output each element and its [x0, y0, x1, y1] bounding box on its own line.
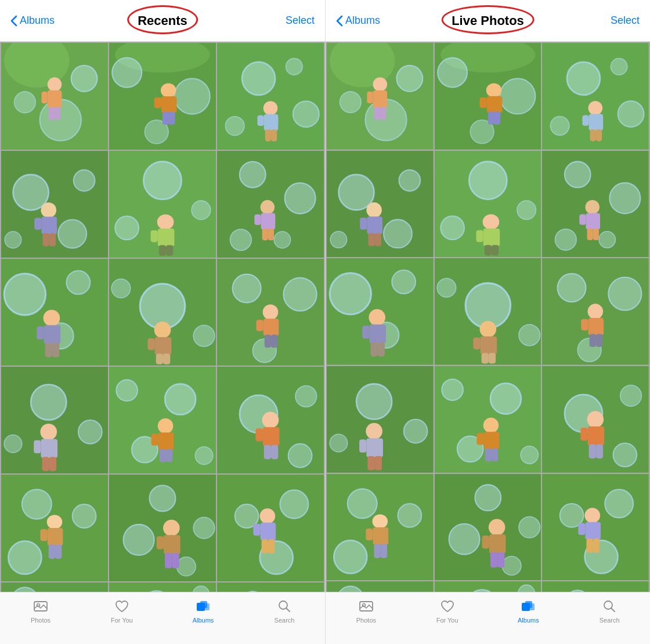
svg-rect-325: [497, 552, 504, 567]
left-tab-photos[interactable]: Photos: [20, 598, 61, 624]
left-back-button[interactable]: Albums: [10, 15, 55, 27]
svg-point-192: [438, 58, 467, 88]
svg-rect-132: [40, 529, 47, 541]
svg-rect-335: [593, 538, 600, 552]
svg-rect-146: [172, 553, 179, 569]
svg-point-238: [586, 200, 600, 214]
svg-rect-84: [163, 354, 170, 364]
right-photo-2-1[interactable]: [327, 151, 434, 258]
right-back-button[interactable]: Albums: [336, 15, 380, 27]
svg-rect-355: [528, 603, 535, 610]
svg-rect-62: [269, 214, 275, 225]
svg-rect-221: [368, 233, 374, 246]
right-photo-5-2[interactable]: [435, 474, 541, 581]
left-photo-4-3[interactable]: [217, 367, 324, 473]
svg-point-141: [163, 520, 180, 537]
svg-rect-133: [55, 529, 62, 541]
right-photo-6-1[interactable]: [327, 581, 434, 592]
right-photo-1-2[interactable]: [435, 43, 541, 150]
svg-point-24: [293, 101, 319, 127]
left-photo-1-2[interactable]: [109, 43, 216, 150]
right-photo-3-2[interactable]: [435, 258, 541, 365]
right-tab-search[interactable]: Search: [589, 598, 630, 624]
svg-point-330: [585, 508, 601, 523]
svg-point-234: [565, 161, 591, 187]
right-photo-5-3[interactable]: [542, 474, 649, 581]
svg-point-181: [396, 66, 423, 92]
right-photo-6-3[interactable]: [542, 581, 649, 592]
left-photo-6-1[interactable]: [1, 583, 108, 592]
right-photo-5-1[interactable]: [327, 474, 434, 581]
left-photo-6-3[interactable]: [217, 583, 324, 592]
svg-point-265: [558, 274, 586, 302]
svg-rect-281: [375, 440, 382, 453]
svg-rect-304: [596, 444, 603, 458]
right-photo-1-3[interactable]: [542, 43, 649, 150]
right-photo-3-1[interactable]: [327, 258, 434, 365]
left-photo-5-2[interactable]: [109, 475, 216, 581]
left-photo-1-1[interactable]: [1, 43, 108, 150]
svg-rect-19: [168, 97, 175, 108]
right-tab-for-you[interactable]: For You: [427, 598, 468, 624]
right-photo-3-3[interactable]: [542, 258, 649, 365]
left-grid-row-5: [1, 475, 324, 581]
left-photo-6-2[interactable]: [109, 583, 216, 592]
left-header: Albums Recents Select: [0, 0, 325, 42]
left-select-button[interactable]: Select: [286, 15, 315, 27]
svg-rect-93: [265, 335, 271, 348]
right-photo-4-1[interactable]: [327, 366, 434, 473]
left-photo-5-3[interactable]: [217, 475, 324, 581]
svg-point-246: [392, 270, 416, 294]
svg-point-26: [286, 59, 303, 75]
left-tab-search[interactable]: Search: [264, 598, 305, 624]
left-tab-for-you[interactable]: For You: [102, 598, 142, 624]
svg-rect-332: [579, 523, 586, 534]
svg-point-138: [193, 518, 215, 539]
right-tab-albums[interactable]: Albums: [508, 598, 548, 624]
left-tab-albums[interactable]: Albums: [183, 598, 223, 624]
right-tab-for-you-label: For You: [436, 617, 458, 624]
right-select-button[interactable]: Select: [611, 15, 640, 27]
svg-point-78: [193, 325, 215, 346]
left-photo-3-1[interactable]: [1, 259, 108, 366]
svg-point-14: [174, 78, 210, 114]
left-photo-4-1[interactable]: [1, 367, 108, 473]
left-photo-2-1[interactable]: [1, 151, 108, 258]
right-tab-bar: Photos For You Albums: [326, 592, 650, 644]
svg-point-257: [519, 325, 540, 346]
right-photo-1-1[interactable]: [327, 43, 434, 150]
svg-point-245: [330, 273, 371, 314]
svg-rect-219: [360, 218, 367, 229]
svg-point-25: [225, 117, 244, 136]
svg-rect-112: [151, 434, 158, 446]
right-header: Albums Live Photos Select: [326, 0, 650, 42]
svg-rect-50: [151, 230, 158, 242]
svg-point-23: [242, 62, 275, 95]
left-photo-2-2[interactable]: [109, 151, 216, 258]
right-grid-row-1: [327, 43, 649, 150]
svg-rect-243: [593, 228, 599, 240]
right-photo-2-2[interactable]: [435, 151, 541, 258]
svg-point-66: [4, 274, 46, 316]
svg-point-205: [611, 59, 628, 75]
left-photo-3-3[interactable]: [217, 259, 324, 366]
svg-point-206: [588, 101, 602, 115]
left-photo-2-3[interactable]: [217, 151, 324, 258]
right-photo-4-3[interactable]: [542, 366, 649, 473]
svg-point-118: [295, 386, 317, 407]
right-photo-6-2[interactable]: [435, 581, 541, 592]
left-photo-5-1[interactable]: [1, 475, 108, 581]
left-photo-1-3[interactable]: [217, 43, 324, 150]
right-photo-2-3[interactable]: [542, 151, 649, 258]
right-tab-photos[interactable]: Photos: [346, 598, 387, 624]
left-photo-4-2[interactable]: [109, 367, 216, 473]
svg-point-256: [437, 278, 456, 298]
right-photo-4-2[interactable]: [435, 366, 541, 473]
left-photo-3-2[interactable]: [109, 259, 216, 366]
svg-line-178: [287, 609, 290, 612]
svg-point-289: [483, 418, 499, 433]
left-grid-row-3: [1, 259, 324, 366]
svg-rect-156: [268, 539, 275, 553]
svg-rect-210: [590, 129, 596, 141]
svg-point-13: [112, 58, 142, 88]
